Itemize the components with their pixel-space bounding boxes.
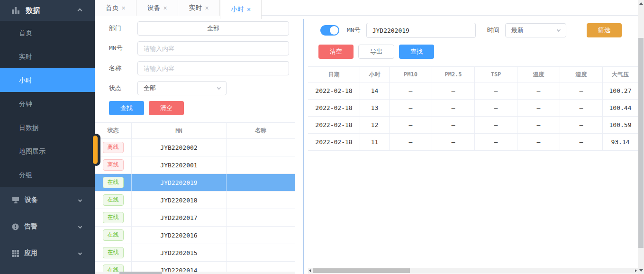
left-horizontal-scrollbar[interactable]: [95, 272, 295, 274]
filter-button[interactable]: 筛选: [587, 23, 622, 37]
name-cell: [227, 156, 295, 174]
scrollbar-thumb[interactable]: [313, 268, 410, 273]
sidebar-group-label: 数据: [26, 6, 40, 15]
data-cell: –: [390, 100, 432, 116]
window-scrollbar[interactable]: [638, 0, 644, 274]
mn-input[interactable]: [137, 41, 289, 55]
scroll-up-icon[interactable]: [639, 2, 643, 5]
sidebar-item-hour[interactable]: 小时: [0, 68, 95, 92]
col-header: 日期: [308, 67, 360, 82]
table-row[interactable]: 离线JYB2202002: [95, 139, 295, 156]
sidebar-group-data[interactable]: 数据: [0, 0, 95, 21]
sidebar-section-label: 应用: [24, 249, 37, 257]
status-label: 状态: [109, 84, 137, 92]
chevron-down-icon: [78, 225, 82, 228]
data-cell: –: [475, 100, 517, 116]
data-cell: –: [517, 134, 560, 150]
grid-icon: [12, 250, 19, 257]
table-row[interactable]: 2022-02-1812–––––100.59: [308, 117, 638, 134]
table-row[interactable]: 2022-02-1811–––––93.14: [308, 134, 638, 151]
tab-close-icon[interactable]: ×: [121, 5, 125, 11]
tab-label: 小时: [231, 5, 244, 14]
data-cell: 14: [360, 82, 390, 99]
mn-filter-input[interactable]: [366, 23, 476, 38]
table-row[interactable]: 2022-02-1813–––––100.44: [308, 100, 638, 117]
status-cell: 在线: [95, 244, 132, 261]
sidebar-item-group[interactable]: 分组: [0, 163, 95, 187]
table-row[interactable]: 在线JYD2202018: [95, 192, 295, 209]
data-cell: 13: [360, 100, 390, 116]
mn-filter-label: MN号: [347, 26, 361, 35]
sidebar-section-label: 设备: [25, 196, 38, 204]
scrollbar-thumb[interactable]: [638, 38, 644, 248]
col-header: TSP: [475, 67, 517, 82]
name-cell: [227, 209, 295, 226]
tab-home[interactable]: 首页×: [95, 0, 136, 16]
data-cell: –: [560, 134, 603, 150]
sidebar-item-minute[interactable]: 分钟: [0, 92, 95, 116]
right-horizontal-scrollbar[interactable]: [308, 268, 638, 274]
right-search-button[interactable]: 查找: [399, 45, 434, 59]
drawer-handle[interactable]: [92, 134, 100, 166]
table-row[interactable]: 在线JYD2202016: [95, 227, 295, 244]
name-cell: [227, 139, 295, 156]
data-cell: 93.14: [603, 134, 638, 150]
table-row[interactable]: 离线JYB2202001: [95, 156, 295, 174]
col-header-status: 状态: [95, 123, 132, 138]
device-table-header: 状态 MN 名称: [95, 122, 295, 139]
scroll-right-icon[interactable]: [635, 269, 637, 272]
right-clear-button[interactable]: 清空: [318, 45, 354, 59]
col-header: 温度: [517, 67, 560, 82]
sidebar-item-home[interactable]: 首页: [0, 21, 95, 45]
tab-device[interactable]: 设备×: [136, 0, 178, 16]
sidebar-item-realtime[interactable]: 实时: [0, 45, 95, 68]
name-input[interactable]: [137, 61, 289, 75]
name-cell: [227, 174, 295, 191]
col-header: 大气压: [603, 67, 638, 82]
data-cell: –: [560, 82, 603, 99]
table-row[interactable]: 在线JYD2202015: [95, 244, 295, 262]
sidebar-sections: 设备告警应用: [0, 187, 95, 266]
hour-data-panel: MN号 时间 最新 筛选 清空 导出 查找 日期小时PM10PM2.5TSP温度…: [304, 19, 638, 274]
tab-close-icon[interactable]: ×: [247, 6, 251, 13]
time-select[interactable]: 最新: [505, 23, 566, 37]
table-row[interactable]: 在线JYD2202019: [95, 174, 295, 192]
auto-refresh-toggle[interactable]: [320, 25, 339, 36]
data-cell: –: [432, 82, 475, 99]
status-cell: 在线: [95, 192, 132, 209]
sidebar-section-device[interactable]: 设备: [0, 187, 95, 213]
tab-hour[interactable]: 小时×: [220, 0, 262, 19]
scrollbar-thumb[interactable]: [119, 272, 162, 274]
table-row[interactable]: 2022-02-1814–––––100.27: [308, 82, 638, 100]
data-cell: 12: [360, 117, 390, 133]
scroll-left-icon[interactable]: [309, 269, 311, 272]
hour-table-header: 日期小时PM10PM2.5TSP温度湿度大气压: [308, 66, 638, 82]
col-header: 小时: [360, 67, 390, 82]
name-label: 名称: [109, 64, 137, 73]
data-cell: 11: [360, 134, 390, 150]
tab-close-icon[interactable]: ×: [205, 5, 209, 11]
tab-close-icon[interactable]: ×: [163, 5, 167, 11]
mn-cell: JYD2202017: [132, 209, 227, 226]
sidebar-item-daily[interactable]: 日数据: [0, 116, 95, 139]
sidebar-section-app[interactable]: 应用: [0, 240, 95, 266]
left-clear-button[interactable]: 清空: [149, 101, 184, 115]
export-button[interactable]: 导出: [358, 45, 394, 59]
data-cell: 2022-02-18: [308, 117, 360, 133]
sidebar-section-alarm[interactable]: 告警: [0, 213, 95, 240]
tab-bar: 首页×设备×实时×小时×: [95, 0, 638, 19]
tab-realtime[interactable]: 实时×: [178, 0, 220, 16]
status-select-value: 全部: [144, 84, 156, 92]
table-row[interactable]: 在线JYD2202017: [95, 209, 295, 227]
mn-cell: JYD2202019: [132, 174, 227, 191]
sidebar-item-map[interactable]: 地图展示: [0, 139, 95, 163]
dept-input[interactable]: [137, 21, 289, 36]
alert-icon: [12, 223, 19, 230]
data-cell: 2022-02-18: [308, 100, 360, 116]
left-search-button[interactable]: 查找: [109, 101, 144, 115]
sidebar-submenu: 首页实时小时分钟日数据地图展示分组: [0, 21, 95, 187]
status-badge: 离线: [103, 142, 124, 153]
status-select[interactable]: 全部: [137, 81, 227, 95]
data-cell: –: [432, 117, 475, 133]
scroll-down-icon[interactable]: [639, 269, 643, 272]
